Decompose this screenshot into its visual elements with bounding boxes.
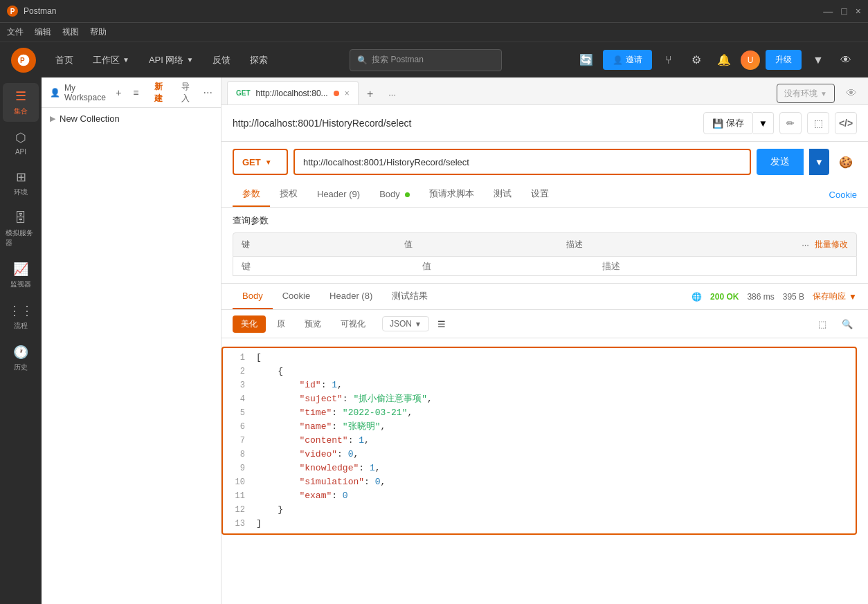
nav-feedback[interactable]: 反馈: [204, 50, 239, 71]
url-input[interactable]: [293, 149, 751, 175]
line-content-1: [: [256, 351, 856, 365]
invite-person-icon: 👤: [613, 55, 623, 65]
nav-home[interactable]: 首页: [47, 50, 82, 71]
code-line-11: 11 "exam": 0: [223, 489, 856, 503]
sidebar-item-environments[interactable]: ⊞ 环境: [3, 164, 39, 203]
nav-explore[interactable]: 探索: [242, 50, 276, 71]
resp-tab-cookie[interactable]: Cookie: [273, 284, 320, 309]
method-selector[interactable]: GET ▼: [233, 149, 288, 175]
sidebar-item-mock-servers[interactable]: 🗄 模拟服务器: [3, 205, 39, 253]
menu-view[interactable]: 视图: [62, 26, 79, 38]
menu-file[interactable]: 文件: [7, 26, 24, 38]
req-tab-body[interactable]: Body: [370, 183, 419, 206]
window-controls[interactable]: — □ ×: [823, 6, 861, 17]
sidebar-item-monitors[interactable]: 📈 监视器: [3, 256, 39, 295]
menu-edit[interactable]: 编辑: [35, 26, 51, 38]
save-response-btn[interactable]: 保存响应 ▼: [813, 291, 857, 302]
params-key-input[interactable]: [242, 261, 406, 271]
response-status: 🌐 200 OK 386 ms 395 B 保存响应 ▼: [691, 291, 857, 302]
nav-workspace[interactable]: 工作区 ▼: [84, 50, 138, 71]
sidebar-item-api[interactable]: ⬡ API: [3, 125, 39, 161]
line-num-7: 7: [223, 434, 256, 448]
add-tab-btn[interactable]: +: [360, 84, 381, 104]
params-desc-cell[interactable]: [594, 257, 856, 275]
bulk-edit-btn[interactable]: 批量修改: [815, 239, 848, 250]
settings-icon-btn[interactable]: ⚙: [685, 49, 707, 71]
req-tab-settings[interactable]: 设置: [521, 182, 559, 207]
req-tab-auth[interactable]: 授权: [270, 182, 307, 207]
req-tab-tests[interactable]: 测试: [484, 182, 521, 207]
new-collection-btn[interactable]: +: [111, 84, 126, 102]
nav-api-network[interactable]: API 网络 ▼: [141, 50, 201, 71]
filter-btn[interactable]: ≡: [129, 84, 143, 102]
upgrade-button[interactable]: 升级: [766, 50, 802, 70]
code-border-highlight: 1 [ 2 { 3 "id": 1, 4 "suject":: [221, 347, 857, 535]
resp-sub-tab-raw[interactable]: 原: [269, 315, 293, 333]
copy-icon-btn[interactable]: ⬚: [807, 112, 829, 134]
line-content-4: "suject": "抓小偷注意事项",: [256, 392, 856, 406]
json-format-selector[interactable]: JSON ▼: [382, 316, 429, 331]
cookie-jar-icon-btn[interactable]: 🍪: [835, 151, 857, 173]
fork-icon-btn[interactable]: ⑂: [658, 49, 680, 71]
req-tab-header[interactable]: Header (9): [307, 183, 370, 206]
resp-tab-body[interactable]: Body: [233, 284, 273, 309]
code-icon-btn[interactable]: </>: [835, 112, 857, 134]
menu-help[interactable]: 帮助: [90, 26, 107, 38]
resp-sub-tab-beautify[interactable]: 美化: [233, 315, 266, 333]
environment-selector[interactable]: 没有环境 ▼: [777, 84, 835, 103]
sidebar-item-flows[interactable]: ⋮⋮ 流程: [3, 298, 39, 336]
tab-more-btn[interactable]: ···: [382, 84, 403, 104]
sidebar-item-collections[interactable]: ☰ 集合: [3, 83, 39, 122]
close-btn[interactable]: ×: [856, 6, 861, 17]
params-header-actions: ··· 批量修改: [793, 233, 856, 256]
send-button[interactable]: 发送: [757, 149, 804, 175]
req-tab-pre-request[interactable]: 预请求脚本: [419, 182, 484, 207]
eye-icon-btn[interactable]: 👁: [835, 49, 857, 71]
cookie-link[interactable]: Cookie: [829, 190, 857, 200]
api-icon: ⬡: [15, 130, 26, 145]
line-content-11: "exam": 0: [256, 489, 856, 503]
eye-view-btn[interactable]: 👁: [840, 82, 862, 104]
import-btn[interactable]: 导入: [173, 84, 197, 102]
sync-icon-btn[interactable]: 🔄: [575, 49, 597, 71]
edit-icon-btn[interactable]: ✏: [779, 112, 802, 134]
invite-button[interactable]: 👤 邀请: [603, 50, 652, 70]
collection-item-new[interactable]: ▶ New Collection: [42, 108, 221, 129]
minimize-btn[interactable]: —: [823, 6, 833, 17]
more-options-btn[interactable]: ···: [201, 84, 215, 102]
save-button[interactable]: 💾 保存: [703, 112, 753, 134]
chevron-right-icon: ▶: [50, 114, 55, 123]
search-box[interactable]: 🔍 搜索 Postman: [350, 49, 502, 71]
line-content-10: "simulation": 0,: [256, 475, 856, 489]
request-tab-active[interactable]: GET http://localhost:80... ×: [227, 81, 359, 104]
params-value-cell[interactable]: [414, 257, 595, 275]
params-desc-input[interactable]: [602, 261, 848, 271]
params-key-cell[interactable]: [233, 257, 414, 275]
params-more-icon[interactable]: ···: [802, 239, 809, 250]
filter-icon-area[interactable]: ☰: [437, 319, 446, 329]
req-tab-params[interactable]: 参数: [233, 182, 270, 207]
params-value-input[interactable]: [422, 261, 586, 271]
search-placeholder: 搜索 Postman: [372, 54, 424, 66]
workspace-header: 👤 My Workspace: [50, 83, 106, 102]
response-tabs: Body Cookie Header (8) 测试结果 🌐 200 OK 386…: [221, 284, 868, 310]
resp-tab-test-results[interactable]: 测试结果: [382, 284, 437, 309]
code-line-3: 3 "id": 1,: [223, 378, 856, 392]
sidebar-item-history[interactable]: 🕐 历史: [3, 339, 39, 378]
save-arrow-btn[interactable]: ▼: [753, 112, 774, 134]
line-num-6: 6: [223, 420, 256, 434]
copy-response-btn[interactable]: ⬚: [813, 314, 832, 333]
send-arrow-btn[interactable]: ▼: [809, 149, 829, 175]
resp-tab-header[interactable]: Header (8): [320, 284, 382, 309]
method-arrow: ▼: [265, 158, 272, 166]
tab-close-btn[interactable]: ×: [345, 89, 350, 98]
search-response-btn[interactable]: 🔍: [838, 314, 857, 333]
expand-arrow-btn[interactable]: ▼: [807, 49, 829, 71]
resp-sub-tab-visualize[interactable]: 可视化: [332, 315, 374, 333]
resp-sub-tab-preview[interactable]: 预览: [296, 315, 329, 333]
maximize-btn[interactable]: □: [841, 6, 847, 17]
user-avatar[interactable]: U: [741, 51, 760, 70]
code-line-12: 12 }: [223, 503, 856, 517]
new-btn[interactable]: 新建: [146, 84, 170, 102]
notification-icon-btn[interactable]: 🔔: [713, 49, 735, 71]
